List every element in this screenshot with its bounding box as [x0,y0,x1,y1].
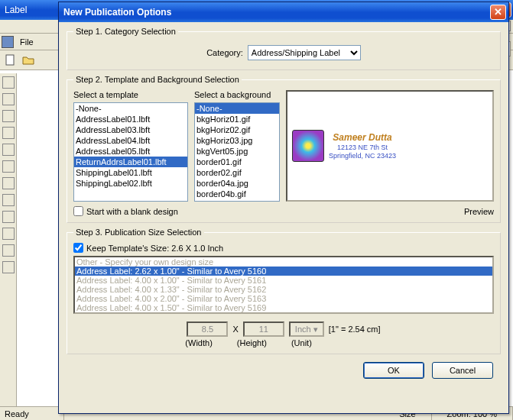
dialog-window: New Publication Options ✕ Step 1. Catego… [58,2,509,414]
unit-sub: (Unit) [291,338,312,347]
list-item[interactable]: Address Label: 4.00 x 1.00" - Similar to… [75,276,492,285]
background-listbox[interactable]: -None-bkgHoriz01.gifbkgHoriz02.gifbkgHor… [194,102,280,202]
preview-graphic-icon [292,130,324,162]
cancel-button[interactable]: Cancel [432,362,493,379]
star-tool-icon[interactable] [2,177,15,189]
status-ready: Ready [3,407,64,421]
list-item[interactable]: border05sky.gif [195,199,279,202]
step3-legend: Step 3. Publication Size Selection [73,228,204,237]
size-listbox[interactable]: Other - Specify your own design sizeAddr… [73,256,494,314]
preview-line1: 12123 NE 7th St [337,144,388,151]
select-tool-icon[interactable] [2,76,15,89]
list-item[interactable]: -None- [195,103,279,114]
unit-select: Inch▾ [289,321,324,337]
text-tool-icon[interactable] [2,261,15,273]
list-item[interactable]: bkgVert05.jpg [195,146,279,157]
list-item[interactable]: Other - Specify your own design size [75,257,492,267]
dialog-title: New Publication Options [61,7,490,18]
height-input: 11 [243,321,284,337]
preview-line2: Springfield, NC 23423 [329,152,396,160]
list-item[interactable]: AddressLabel03.lbft [74,124,187,135]
list-item[interactable]: AddressLabel05.lbft [74,146,187,157]
list-item[interactable]: AddressLabel04.lbft [74,135,187,146]
list-item[interactable]: ShippingLabel02.lbft [74,178,187,189]
roundrect-tool-icon[interactable] [2,110,15,122]
step3-group: Step 3. Publication Size Selection Keep … [67,228,501,354]
list-item[interactable]: border01.gif [195,157,279,167]
dialog-body: Step 1. Category Selection Category: Add… [59,22,508,385]
dialog-close-button[interactable]: ✕ [490,5,506,20]
preview-pane: Sameer Dutta 12123 NE 7th St Springfield… [286,90,494,202]
left-toolbox [0,73,17,406]
category-label: Category: [206,48,243,57]
list-item[interactable]: Address Label: 4.00 x 1.50" - Similar to… [75,303,492,312]
ellipse-tool-icon[interactable] [2,127,15,139]
shape-tool-icon[interactable] [2,244,15,257]
height-sub: (Height) [237,338,267,347]
list-item[interactable]: bkgHoriz01.gif [195,114,279,124]
preview-label: Preview [464,207,494,216]
moon-tool-icon[interactable] [2,194,15,206]
template-label: Select a template [73,90,188,99]
list-item[interactable]: border02.gif [195,167,279,178]
template-listbox[interactable]: -None-AddressLabel01.lbftAddressLabel03.… [73,102,188,202]
new-doc-icon[interactable] [3,53,18,68]
blank-design-checkbox[interactable] [73,206,83,216]
open-folder-icon[interactable] [21,53,36,68]
list-item[interactable]: ReturnAddrsLabel01.lbft [74,157,187,167]
svg-rect-0 [6,55,14,65]
scale-label: [1" = 2.54 cm] [329,325,381,334]
menu-file[interactable]: File [17,36,37,48]
list-item[interactable]: bkgHoriz03.jpg [195,135,279,146]
triangle-tool-icon[interactable] [2,144,15,156]
keep-size-checkbox[interactable] [73,243,83,253]
list-item[interactable]: ShippingLabel01.lbft [74,167,187,178]
x-label: X [232,325,238,334]
category-combo[interactable]: Address/Shipping Label [248,45,361,60]
list-item[interactable]: Address Label: 4.00 x 1.33" - Similar to… [75,285,492,294]
ok-button[interactable]: OK [363,362,424,379]
step2-legend: Step 2. Template and Background Selectio… [73,75,242,84]
list-item[interactable]: bkgHoriz02.gif [195,124,279,135]
line-tool-icon[interactable] [2,160,15,173]
background-label: Select a background [194,90,280,99]
list-item[interactable]: Address Label: 2.62 x 1.00" - Similar to… [75,267,492,276]
list-item[interactable]: -None- [74,103,187,114]
arrow-tool-icon[interactable] [2,211,15,223]
width-sub: (Width) [185,338,212,347]
list-item[interactable]: AddressLabel01.lbft [74,114,187,124]
blank-design-label: Start with a blank design [86,207,178,216]
list-item[interactable]: Address Label: 4.00 x 2.00" - Similar to… [75,294,492,303]
width-input: 8.5 [187,321,228,337]
rect-tool-icon[interactable] [2,93,15,105]
path-tool-icon[interactable] [2,228,15,240]
keep-size-label: Keep Template's Size: 2.6 X 1.0 Inch [86,244,223,253]
dialog-titlebar: New Publication Options ✕ [59,2,508,22]
app-icon [2,36,14,48]
step1-group: Step 1. Category Selection Category: Add… [67,27,501,70]
preview-name: Sameer Dutta [333,132,391,143]
list-item[interactable]: border04b.gif [195,189,279,199]
list-item[interactable]: border04a.jpg [195,178,279,189]
step2-group: Step 2. Template and Background Selectio… [67,75,501,223]
step1-legend: Step 1. Category Selection [73,27,178,36]
